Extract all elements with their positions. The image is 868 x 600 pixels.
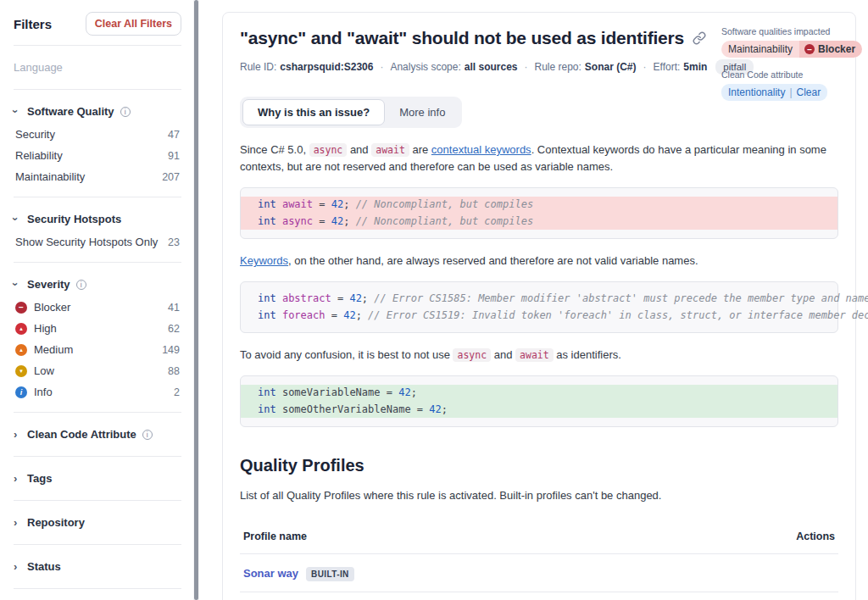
chevron-down-icon — [14, 105, 27, 118]
severity-high-icon — [15, 323, 27, 335]
table-row: Sonar wayBUILT-IN — [240, 553, 838, 592]
severity-blocker-icon — [15, 302, 27, 314]
effort-value: 5min — [683, 61, 707, 73]
impact-badge: Maintainability Blocker — [721, 41, 862, 58]
attribute-badge: Intentionality | Clear — [721, 84, 827, 101]
quality-profiles-heading: Quality Profiles — [240, 456, 838, 475]
language-facet[interactable]: Language — [14, 55, 181, 80]
profile-link-sonar-way[interactable]: Sonar way — [243, 567, 298, 580]
qualities-impacted-label: Software qualities impacted — [721, 26, 840, 36]
severity-medium-icon — [15, 344, 27, 356]
impact-severity[interactable]: Blocker — [799, 41, 862, 58]
scope-label: Analysis scope: — [390, 61, 460, 73]
rule-impact-panel: Software qualities impacted Maintainabil… — [721, 26, 840, 101]
facet-item-security[interactable]: Security 47 — [14, 124, 181, 145]
facet-security-hotspots[interactable]: Security Hotspots — [14, 207, 181, 231]
facet-item-info[interactable]: Info 2 — [14, 381, 181, 403]
chevron-right-icon — [14, 428, 27, 441]
chevron-right-icon — [14, 560, 27, 573]
facet-severity[interactable]: Severity — [14, 272, 181, 297]
severity-info-icon — [15, 386, 27, 398]
facet-item-show-hotspots-only[interactable]: Show Security Hotspots Only 23 — [14, 231, 181, 253]
facet-item-high[interactable]: High 62 — [14, 318, 181, 339]
facet-item-reliability[interactable]: Reliability 91 — [14, 145, 181, 166]
divider — [14, 89, 181, 90]
facet-item-medium[interactable]: Medium 149 — [14, 339, 181, 360]
rule-details-main: Software qualities impacted Maintainabil… — [199, 0, 868, 600]
clear-all-filters-button[interactable]: Clear All Filters — [86, 12, 181, 36]
tab-why-is-this-an-issue[interactable]: Why is this an issue? — [242, 99, 385, 125]
divider — [14, 544, 181, 545]
facet-repository[interactable]: Repository — [14, 510, 181, 535]
info-icon[interactable] — [142, 430, 153, 440]
chevron-right-icon — [14, 516, 27, 529]
clean-code-attribute-label: Clean Code attribute — [721, 69, 840, 80]
built-in-badge: BUILT-IN — [306, 567, 354, 581]
divider — [14, 45, 181, 46]
divider — [14, 262, 181, 263]
severity-low-icon — [15, 365, 27, 377]
facet-item-low[interactable]: Low 88 — [14, 360, 181, 381]
facet-tags[interactable]: Tags — [14, 466, 181, 491]
rule-id-label: Rule ID: — [240, 61, 276, 73]
facet-item-maintainability[interactable]: Maintainability 207 — [14, 166, 181, 187]
description-paragraph: Since C# 5.0, async and await are contex… — [240, 142, 838, 175]
repo-value: Sonar (C#) — [585, 61, 637, 73]
code-block-compliant: int someVariableName = 42;int someOtherV… — [240, 375, 838, 427]
tab-more-info[interactable]: More info — [385, 99, 459, 125]
code-block-noncompliant: int await = 42; // Noncompliant, but com… — [240, 187, 838, 239]
rule-tabs: Why is this an issue? More info — [240, 97, 462, 128]
impact-quality: Maintainability — [721, 41, 799, 58]
attribute-clear-link[interactable]: Clear — [797, 86, 821, 98]
effort-label: Effort: — [654, 61, 681, 73]
facet-status[interactable]: Status — [14, 554, 181, 579]
facet-software-quality[interactable]: Software Quality — [14, 99, 181, 124]
divider — [14, 456, 181, 457]
info-icon[interactable] — [76, 280, 86, 290]
divider — [14, 500, 181, 501]
blocker-icon — [804, 44, 815, 54]
column-profile-name: Profile name — [243, 531, 307, 542]
attribute-link[interactable]: Intentionality — [728, 86, 785, 98]
filters-sidebar: Filters Clear All Filters Language Softw… — [0, 0, 193, 600]
chevron-down-icon — [14, 213, 27, 225]
description-paragraph: Keywords, on the other hand, are always … — [240, 253, 838, 269]
rule-details-card: Software qualities impacted Maintainabil… — [222, 12, 856, 600]
column-actions: Actions — [796, 531, 835, 542]
quality-profiles-description: List of all Quality Profiles where this … — [240, 487, 838, 504]
divider — [14, 588, 181, 589]
info-icon[interactable] — [120, 107, 131, 117]
divider — [14, 197, 181, 197]
table-row: pcm-digitalplatform-csharp-default Sonar… — [240, 592, 838, 600]
repo-label: Rule repo: — [534, 61, 581, 73]
filters-title: Filters — [14, 17, 52, 31]
facet-clean-code-attribute[interactable]: Clean Code Attribute — [14, 422, 181, 447]
divider — [14, 412, 181, 413]
scope-value: all sources — [465, 61, 518, 73]
chevron-right-icon — [14, 472, 27, 485]
facet-item-blocker[interactable]: Blocker 41 — [14, 297, 181, 318]
rule-id: csharpsquid:S2306 — [280, 61, 373, 73]
quality-profiles-table: Profile name Actions Sonar wayBUILT-IN p… — [240, 519, 838, 600]
sidebar-scrollbar[interactable] — [193, 0, 199, 600]
code-block-errors: int abstract = 42; // Error CS1585: Memb… — [240, 281, 838, 333]
chevron-down-icon — [14, 278, 27, 291]
description-paragraph: To avoid any confusion, it is best to no… — [240, 347, 838, 364]
scrollbar-thumb[interactable] — [194, 0, 198, 600]
rule-title: "async" and "await" should not be used a… — [240, 28, 684, 48]
permalink-icon[interactable] — [693, 31, 706, 45]
